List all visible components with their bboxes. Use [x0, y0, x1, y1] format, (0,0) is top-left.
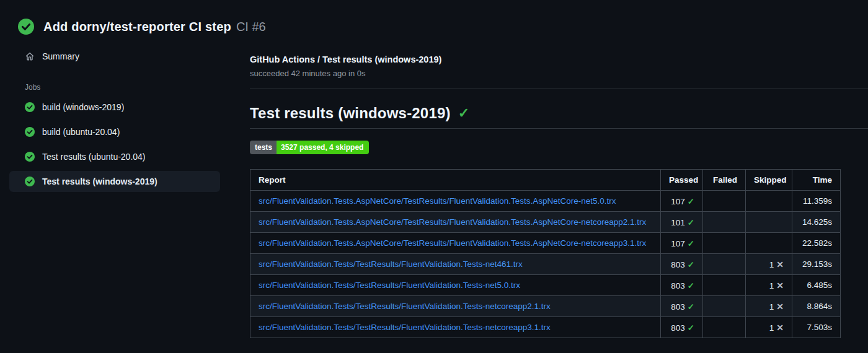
report-cell: src/FluentValidation.Tests.AspNetCore/Te…: [250, 233, 661, 254]
check-icon: ✓: [688, 218, 694, 227]
summary-label: Summary: [42, 51, 79, 61]
time-cell: 22.582s: [792, 233, 841, 254]
skipped-count: 1: [769, 260, 774, 269]
failed-cell: [703, 233, 746, 254]
report-link[interactable]: src/FluentValidation.Tests.AspNetCore/Te…: [259, 196, 616, 206]
report-cell: src/FluentValidation.Tests.AspNetCore/Te…: [250, 191, 661, 212]
skipped-count: 1: [769, 302, 774, 312]
table-header-row: ReportPassedFailedSkippedTime: [250, 170, 841, 191]
failed-cell: [703, 296, 746, 317]
passed-cell: 803✓: [661, 296, 703, 317]
jobs-list: build (windows-2019)build (ubuntu-20.04)…: [9, 97, 232, 192]
job-label: Test results (windows-2019): [42, 176, 157, 186]
report-cell: src/FluentValidation.Tests/TestResults/F…: [250, 275, 661, 296]
skipped-count: 1: [769, 323, 774, 333]
main-content: GitHub Actions / Test results (windows-2…: [232, 37, 868, 338]
section-title: Test results (windows-2019): [250, 105, 451, 122]
time-cell: 7.503s: [792, 317, 841, 338]
check-circle-icon: [25, 102, 35, 112]
column-header-passed: Passed: [661, 170, 703, 191]
report-cell: src/FluentValidation.Tests/TestResults/F…: [250, 317, 661, 338]
sidebar-job-item[interactable]: build (windows-2019): [9, 97, 220, 118]
home-icon: [25, 51, 35, 61]
cross-icon: ✕: [776, 323, 784, 333]
badge-label: tests: [250, 141, 277, 154]
sidebar-job-item[interactable]: build (ubuntu-20.04): [9, 121, 220, 142]
passed-count: 803: [671, 302, 685, 312]
passed-cell: 101✓: [661, 212, 703, 233]
skipped-cell: 1✕: [746, 254, 792, 275]
column-header-skipped: Skipped: [746, 170, 792, 191]
time-cell: 29.153s: [792, 254, 841, 275]
check-circle-icon: [25, 127, 35, 137]
failed-cell: [703, 275, 746, 296]
passed-cell: 107✓: [661, 191, 703, 212]
skipped-cell: 1✕: [746, 296, 792, 317]
table-row: src/FluentValidation.Tests.AspNetCore/Te…: [250, 212, 841, 233]
report-cell: src/FluentValidation.Tests/TestResults/F…: [250, 254, 661, 275]
check-run-title: GitHub Actions / Test results (windows-2…: [250, 54, 868, 64]
report-link[interactable]: src/FluentValidation.Tests/TestResults/F…: [259, 259, 523, 269]
passed-count: 803: [671, 260, 685, 269]
check-icon: ✓: [688, 302, 694, 312]
tests-badge[interactable]: tests 3527 passed, 4 skipped: [250, 141, 369, 154]
check-icon: ✓: [688, 239, 694, 248]
check-icon: ✓: [688, 281, 694, 290]
sidebar-job-item[interactable]: Test results (ubuntu-20.04): [9, 146, 220, 167]
column-header-report: Report: [250, 170, 661, 191]
report-cell: src/FluentValidation.Tests/TestResults/F…: [250, 296, 661, 317]
column-header-time: Time: [792, 170, 841, 191]
report-link[interactable]: src/FluentValidation.Tests.AspNetCore/Te…: [259, 238, 646, 248]
passed-count: 101: [671, 218, 685, 227]
sidebar-job-item[interactable]: Test results (windows-2019): [9, 171, 220, 192]
passed-cell: 803✓: [661, 254, 703, 275]
skipped-count: 1: [769, 281, 774, 290]
column-header-failed: Failed: [703, 170, 746, 191]
job-label: build (windows-2019): [42, 102, 124, 112]
sidebar-item-summary[interactable]: Summary: [9, 46, 220, 67]
report-link[interactable]: src/FluentValidation.Tests/TestResults/F…: [259, 323, 551, 332]
skipped-cell: [746, 233, 792, 254]
run-title: Add dorny/test-reporter CI step: [43, 20, 231, 34]
failed-cell: [703, 191, 746, 212]
job-label: Test results (ubuntu-20.04): [42, 152, 146, 162]
table-row: src/FluentValidation.Tests/TestResults/F…: [250, 296, 841, 317]
badge-value: 3527 passed, 4 skipped: [277, 141, 369, 154]
failed-cell: [703, 254, 746, 275]
passed-count: 107: [671, 239, 685, 248]
time-cell: 8.864s: [792, 296, 841, 317]
test-results-table: ReportPassedFailedSkippedTime src/Fluent…: [250, 169, 841, 338]
table-row: src/FluentValidation.Tests.AspNetCore/Te…: [250, 191, 841, 212]
passed-count: 803: [671, 281, 685, 290]
job-label: build (ubuntu-20.04): [42, 127, 120, 137]
report-link[interactable]: src/FluentValidation.Tests.AspNetCore/Te…: [259, 217, 646, 227]
table-row: src/FluentValidation.Tests/TestResults/F…: [250, 254, 841, 275]
check-circle-icon: [25, 176, 35, 186]
passed-cell: 803✓: [661, 317, 703, 338]
cross-icon: ✕: [776, 259, 784, 269]
divider: [250, 89, 868, 89]
time-cell: 14.625s: [792, 212, 841, 233]
report-link[interactable]: src/FluentValidation.Tests/TestResults/F…: [259, 281, 520, 290]
report-link[interactable]: src/FluentValidation.Tests/TestResults/F…: [259, 302, 551, 311]
table-row: src/FluentValidation.Tests/TestResults/F…: [250, 317, 841, 338]
jobs-section-label: Jobs: [25, 83, 232, 92]
skipped-cell: [746, 212, 792, 233]
check-circle-icon: [25, 152, 35, 162]
cross-icon: ✕: [776, 281, 784, 290]
check-icon: ✓: [688, 260, 694, 269]
cross-icon: ✕: [776, 302, 784, 312]
passed-cell: 107✓: [661, 233, 703, 254]
report-cell: src/FluentValidation.Tests.AspNetCore/Te…: [250, 212, 661, 233]
passed-cell: 803✓: [661, 275, 703, 296]
run-number: CI #6: [236, 20, 266, 34]
skipped-cell: 1✕: [746, 317, 792, 338]
table-row: src/FluentValidation.Tests/TestResults/F…: [250, 275, 841, 296]
passed-count: 803: [671, 323, 685, 333]
divider: [250, 128, 868, 129]
failed-cell: [703, 317, 746, 338]
run-header: Add dorny/test-reporter CI step CI #6: [0, 0, 868, 37]
check-run-status: succeeded 42 minutes ago in 0s: [250, 69, 868, 78]
check-circle-icon: [18, 19, 34, 35]
failed-cell: [703, 212, 746, 233]
